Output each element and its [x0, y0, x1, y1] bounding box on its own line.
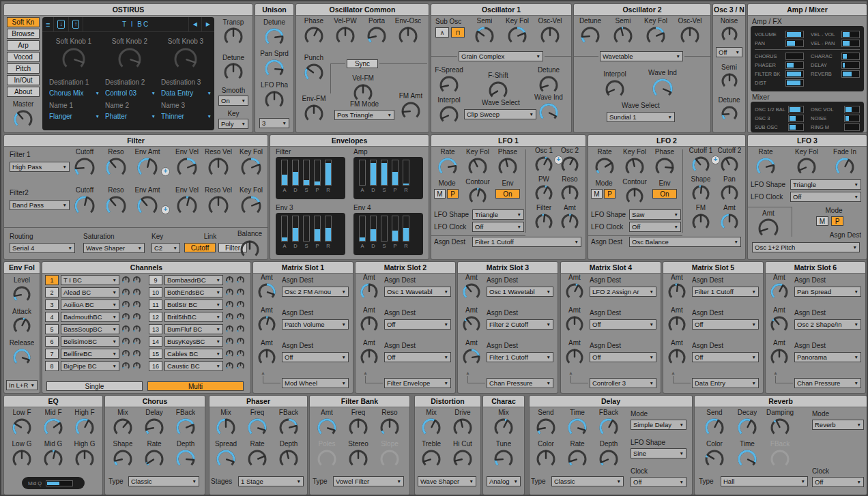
phaser-knobs-3-knob[interactable]: [216, 449, 236, 469]
delay-knobs-3-knob[interactable]: [536, 449, 556, 469]
envfol-attack-knob[interactable]: [12, 317, 31, 336]
matrix-slots-3-rows-1-amt-knob[interactable]: [565, 315, 584, 334]
matrix-slots-3-source-select[interactable]: Controller 3▼: [590, 378, 656, 388]
osc2-semi-knob[interactable]: [613, 26, 633, 46]
reverb-knobs-2-knob[interactable]: [770, 418, 790, 438]
matrix-slots-4-rows-0-dest-select[interactable]: Filter 1 Cutoff▼: [692, 287, 759, 297]
matrix-slots-2-rows-2-dest-select[interactable]: Filter 1 Cutoff▼: [487, 352, 553, 362]
matrix-slots-4-rows-1-amt-knob[interactable]: [667, 315, 686, 334]
channels-items-10-select[interactable]: BotlStr BC▼: [164, 300, 223, 310]
channels-items-8-button[interactable]: 9: [149, 275, 162, 285]
amp-fx2-rows-0-1-slider[interactable]: [841, 53, 860, 60]
env-bar-d[interactable]: [292, 216, 299, 242]
amp-mix-rows-2-0-slider[interactable]: [788, 123, 804, 131]
chorus-knobs-1-knob[interactable]: [144, 418, 164, 438]
delay-knobs-5-knob[interactable]: [598, 449, 619, 469]
matrix-slots-4-rows-0-amt-knob[interactable]: [667, 282, 686, 302]
channels-items-5-button[interactable]: 6: [45, 336, 59, 347]
matrix-slots-1-source-select[interactable]: Filter Envelope▼: [384, 378, 451, 388]
channel-knob[interactable]: [121, 349, 130, 358]
soft-dests-1-select[interactable]: Control 03▼: [105, 88, 156, 98]
matrix-slots-3-rows-0-amt-knob[interactable]: [565, 282, 584, 302]
matrix-slots-4-rows-2-dest-select[interactable]: Off▼: [692, 352, 759, 362]
osc1-fshift-knob[interactable]: [488, 81, 508, 101]
matrix-slots-5-rows-2-dest-select[interactable]: Panorama▼: [794, 352, 861, 362]
osc2-mode-select[interactable]: Wavetable▼: [600, 51, 683, 61]
unison-voices-select[interactable]: 3▼: [259, 118, 289, 128]
nav-master-knob[interactable]: [13, 109, 33, 130]
osc1-keyfol-knob[interactable]: [507, 26, 527, 46]
lfo3-fadein-knob[interactable]: [835, 157, 855, 177]
lfo1-link-plus-button[interactable]: +: [554, 156, 563, 164]
channels-items-1-select[interactable]: Alead BC▼: [61, 287, 119, 297]
channel-knob[interactable]: [121, 300, 130, 309]
lfo2-shape-select[interactable]: Saw▼: [629, 209, 681, 220]
chorus-knobs-0-knob[interactable]: [113, 418, 133, 438]
filter-f1-knobs-4-knob[interactable]: [207, 157, 229, 179]
matrix-slots-1-rows-2-amt-knob[interactable]: [360, 348, 379, 367]
channel-knob[interactable]: [121, 276, 130, 285]
eq-knobs-1-knob[interactable]: [43, 418, 63, 438]
matrix-slots-2-rows-2-amt-knob[interactable]: [462, 348, 481, 367]
channel-knob[interactable]: [121, 312, 130, 321]
matrix-slots-0-rows-1-dest-select[interactable]: Patch Volume▼: [282, 319, 349, 330]
matrix-slots-5-source-select[interactable]: Chan Pressure▼: [794, 378, 861, 388]
fbank-knobs-1-knob[interactable]: [348, 418, 368, 438]
lfo1-targets-3-knob[interactable]: [560, 184, 579, 203]
filter-f1-knobs-0-knob[interactable]: [74, 157, 96, 179]
matrix-slots-4-rows-1-dest-select[interactable]: Off▼: [692, 319, 759, 330]
channels-items-13-select[interactable]: BusyKeysBC▼: [164, 336, 223, 347]
midq-slider[interactable]: [46, 480, 73, 486]
channel-knob[interactable]: [236, 325, 245, 334]
reverb-knobs-0-knob[interactable]: [704, 418, 725, 438]
filter-f1-knobs-5-knob[interactable]: [240, 157, 262, 179]
channel-knob[interactable]: [225, 276, 234, 285]
osc2-wavesel-select[interactable]: Sundial 1▼: [607, 112, 675, 122]
reverb-knobs-4-knob[interactable]: [737, 449, 757, 469]
filter-f1-knobs-2-knob[interactable]: [136, 157, 158, 179]
reverb-knobs-3-knob[interactable]: [704, 449, 725, 469]
channel-knob[interactable]: [132, 337, 141, 346]
matrix-slots-1-rows-0-amt-knob[interactable]: [360, 282, 379, 302]
filter-routing-select[interactable]: Serial 4▼: [10, 243, 75, 253]
channel-knob[interactable]: [132, 349, 141, 358]
matrix-slots-5-rows-0-amt-knob[interactable]: [770, 282, 789, 302]
channels-multi-button[interactable]: Multi: [147, 381, 244, 391]
osc1-interpol-knob[interactable]: [439, 105, 459, 126]
amp-fx2-rows-1-0-slider[interactable]: [785, 61, 804, 69]
matrix-slots-0-rows-0-amt-knob[interactable]: [257, 282, 276, 302]
phaser-stages-select[interactable]: 1 Stage▼: [238, 476, 304, 486]
chorus-knobs-5-knob[interactable]: [175, 449, 196, 469]
env-bar-r[interactable]: [403, 216, 409, 242]
nav-items-5-button[interactable]: In/Out: [7, 75, 40, 85]
channels-items-0-select[interactable]: T I BC▼: [61, 275, 119, 285]
dist-type-select[interactable]: Wave Shaper▼: [418, 476, 476, 486]
osc1-oscvel-knob[interactable]: [540, 26, 560, 46]
channels-items-5-select[interactable]: BelisimoBC▼: [61, 336, 119, 347]
lfo2-targets-4-knob[interactable]: [691, 213, 710, 232]
matrix-slots-3-rows-2-dest-select[interactable]: Off▼: [590, 352, 656, 362]
envfol-level-knob[interactable]: [12, 285, 31, 304]
nav-items-3-button[interactable]: Vocod: [7, 52, 40, 62]
lfo1-targets-5-knob[interactable]: [560, 213, 579, 232]
env-bar-a[interactable]: [359, 160, 366, 186]
env-bar-r[interactable]: [325, 216, 332, 242]
channels-items-12-select[interactable]: BumFluf BC▼: [164, 324, 223, 334]
channel-knob[interactable]: [236, 312, 245, 321]
eq-knobs-0-knob[interactable]: [12, 418, 32, 438]
channel-knob[interactable]: [225, 288, 234, 297]
lfo1-phase-knob[interactable]: [497, 157, 518, 177]
matrix-slots-0-rows-2-dest-select[interactable]: Off▼: [282, 352, 349, 362]
soft-names-2-select[interactable]: Thinner▼: [161, 111, 212, 121]
channels-items-2-button[interactable]: 3: [45, 300, 59, 310]
osc3-mode-select[interactable]: Off▼: [716, 47, 742, 57]
channels-items-10-button[interactable]: 11: [149, 300, 162, 310]
matrix-slots-0-rows-2-amt-knob[interactable]: [257, 348, 276, 367]
lfo3-rate-knob[interactable]: [755, 157, 776, 177]
filter-saturation-select[interactable]: Wave Shaper▼: [83, 243, 145, 253]
channels-items-15-button[interactable]: 16: [149, 361, 162, 371]
channel-knob[interactable]: [225, 312, 234, 321]
osc1-wavesel-select[interactable]: Clip Sweep▼: [464, 109, 536, 119]
chorus-knobs-2-knob[interactable]: [175, 418, 196, 438]
fbank-knobs-0-knob[interactable]: [317, 418, 337, 438]
